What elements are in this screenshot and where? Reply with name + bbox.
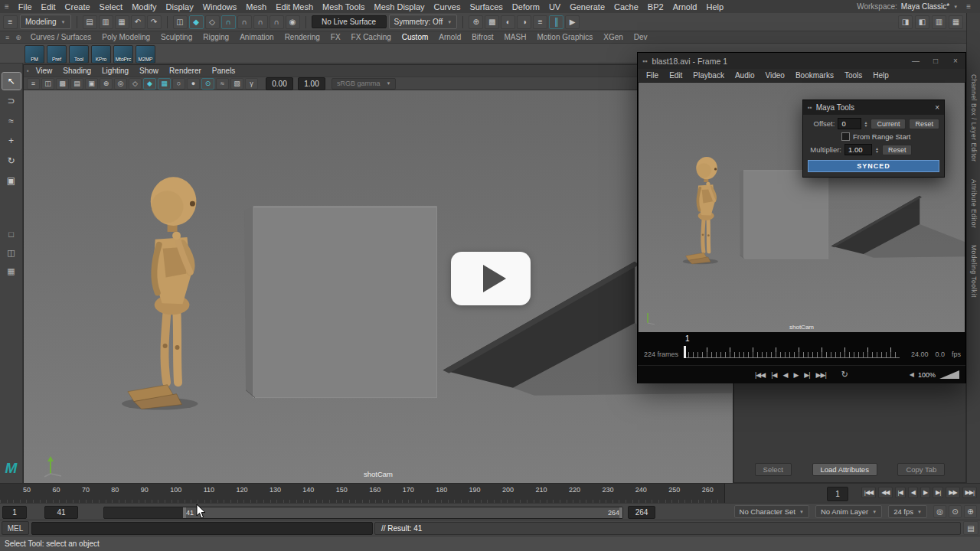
shelf-menu-icon[interactable]: ≡: [3, 34, 11, 41]
sidebar-tool-settings-icon[interactable]: ◧: [915, 15, 929, 29]
workspace-selector[interactable]: Workspace: Maya Classic* ▼ ≡: [857, 2, 980, 11]
shelf-tab[interactable]: Arnold: [433, 33, 466, 41]
bookmark-icon[interactable]: ▤: [70, 78, 83, 90]
wireframe-icon[interactable]: ◇: [129, 78, 142, 90]
transport-button[interactable]: ▶▶|: [816, 371, 826, 379]
playblast-menu-item[interactable]: File: [641, 71, 664, 80]
sidebar-vertical-tab[interactable]: Modeling Toolkit: [970, 245, 978, 298]
menu-item[interactable]: Help: [701, 2, 728, 11]
file-new-icon[interactable]: ▤: [83, 15, 97, 29]
viewport-canvas[interactable]: shotCam: [24, 90, 733, 483]
mute-toggle-icon[interactable]: ◎: [933, 505, 946, 518]
toolbar-grip-icon[interactable]: ≡: [3, 15, 18, 29]
colorspace-dropdown[interactable]: sRGB gamma ▼: [332, 78, 396, 90]
shelf-gear-icon[interactable]: ⊕: [13, 34, 24, 41]
current-time-field[interactable]: 1: [827, 487, 848, 501]
redo-icon[interactable]: ↷: [147, 15, 162, 29]
menu-item[interactable]: Cache: [609, 2, 643, 11]
viewport-3d-scene[interactable]: [24, 90, 733, 483]
workspace-menu-icon[interactable]: ≡: [962, 2, 975, 11]
app-menu-icon[interactable]: ≡: [0, 2, 14, 11]
mel-toggle-button[interactable]: MEL: [2, 521, 29, 535]
playblast-menu-item[interactable]: Video: [760, 71, 790, 80]
playback-button[interactable]: ▶: [920, 487, 930, 498]
shelf-tab[interactable]: Rigging: [198, 33, 234, 41]
make-live-icon[interactable]: ◉: [286, 15, 300, 29]
sidebar-channel-box-icon[interactable]: ▥: [932, 15, 946, 29]
offset-stepper[interactable]: ▲▼: [864, 121, 868, 127]
paint-select-tool[interactable]: ≈: [2, 112, 21, 129]
close-icon[interactable]: ×: [935, 103, 939, 112]
motion-blur-icon[interactable]: ≈: [216, 78, 229, 90]
shelf-button[interactable]: Pref: [47, 45, 67, 64]
playback-button[interactable]: ▶|: [933, 487, 943, 498]
reset-multiplier-button[interactable]: Reset: [882, 145, 913, 155]
cube-front-face[interactable]: [253, 207, 437, 398]
script-editor-icon[interactable]: ▤: [963, 521, 978, 535]
render-settings-icon[interactable]: ≡: [533, 15, 547, 29]
viewport-menu-item[interactable]: Show: [134, 67, 164, 75]
shelf-button[interactable]: Tool: [69, 45, 89, 64]
shelf-button[interactable]: PM: [24, 45, 44, 64]
range-slider-bar[interactable]: 41 264: [183, 507, 622, 518]
select-by-component-icon[interactable]: ◇: [205, 15, 220, 29]
launch-sequence-icon[interactable]: ▶: [565, 15, 580, 29]
shaded-icon[interactable]: ◆: [143, 78, 156, 90]
layout-single-pane[interactable]: □: [2, 227, 21, 241]
viewport-menu-item[interactable]: Renderer: [164, 67, 207, 75]
move-tool[interactable]: +: [2, 132, 21, 149]
menu-item[interactable]: Modify: [127, 2, 161, 11]
menu-item[interactable]: Mesh Tools: [318, 2, 369, 11]
workspace-value[interactable]: Maya Classic*: [901, 2, 949, 11]
time-slider-track[interactable]: 5060708090100110120130140150160170180190…: [0, 484, 725, 504]
multisample-icon[interactable]: ▧: [230, 78, 243, 90]
shelf-tab[interactable]: MASH: [499, 33, 532, 41]
sidebar-vertical-tab[interactable]: Attribute Editor: [970, 179, 978, 228]
playback-start-field[interactable]: 41: [44, 506, 78, 519]
reset-offset-button[interactable]: Reset: [909, 119, 939, 129]
playback-button[interactable]: ▶▶: [946, 487, 959, 498]
animation-preferences-icon[interactable]: ⊕: [964, 505, 977, 518]
playblast-menu-item[interactable]: Help: [867, 71, 894, 80]
undo-icon[interactable]: ↶: [131, 15, 145, 29]
menu-item[interactable]: Deform: [508, 2, 544, 11]
animation-end-field[interactable]: 264: [628, 506, 655, 519]
open-render-view-icon[interactable]: ▩: [485, 15, 499, 29]
maya-tools-titlebar[interactable]: ▪▪ Maya Tools ×: [803, 100, 944, 115]
gamma-field[interactable]: 1.00: [298, 77, 325, 90]
viewport-menu-item[interactable]: Lighting: [96, 67, 134, 75]
snap-to-curve-icon[interactable]: ∩: [237, 15, 252, 29]
workspace-grid-icon[interactable]: ▦: [949, 15, 963, 29]
shelf-tab[interactable]: Curves / Surfaces: [25, 33, 96, 41]
viewport-menu-item[interactable]: View: [31, 67, 58, 75]
shelf-tab[interactable]: FX: [325, 33, 346, 41]
playblast-menu-item[interactable]: Tools: [839, 71, 867, 80]
snap-to-grid-icon[interactable]: ∩: [221, 15, 236, 29]
viewport-menu-item[interactable]: Panels: [207, 67, 241, 75]
playblast-menu-item[interactable]: Bookmarks: [790, 71, 839, 80]
transport-button[interactable]: |◀◀: [755, 371, 765, 379]
sidebar-vertical-tab[interactable]: Channel Box / Layer Editor: [970, 74, 978, 162]
auto-key-icon[interactable]: ⊙: [949, 505, 962, 518]
maximize-button[interactable]: □: [926, 53, 946, 69]
current-button[interactable]: Current: [871, 119, 906, 129]
playblast-menu-item[interactable]: Edit: [664, 71, 688, 80]
camera-attributes-icon[interactable]: ▩: [56, 78, 69, 90]
close-button[interactable]: ×: [946, 53, 965, 69]
construction-history-icon[interactable]: ⊕: [469, 15, 483, 29]
menu-item[interactable]: Edit: [37, 2, 60, 11]
attribute-editor-button[interactable]: Select: [755, 463, 792, 476]
video-play-button[interactable]: [451, 252, 531, 305]
2d-pan-zoom-icon[interactable]: ⊕: [100, 78, 113, 90]
shelf-tab[interactable]: FX Caching: [346, 33, 397, 41]
multiplier-stepper[interactable]: ▲▼: [875, 147, 879, 153]
render-frame-icon[interactable]: ◐: [501, 15, 515, 29]
select-by-object-icon[interactable]: ◆: [189, 15, 204, 29]
exposure-field[interactable]: 0.00: [266, 77, 293, 90]
animation-start-field[interactable]: 1: [2, 506, 27, 519]
transport-button[interactable]: ◀: [782, 371, 787, 379]
ambient-occlusion-icon[interactable]: ⊙: [201, 78, 214, 90]
menu-item[interactable]: UV: [544, 2, 565, 11]
ipr-render-icon[interactable]: ◑: [517, 15, 531, 29]
timeline-ticks[interactable]: [684, 346, 900, 358]
